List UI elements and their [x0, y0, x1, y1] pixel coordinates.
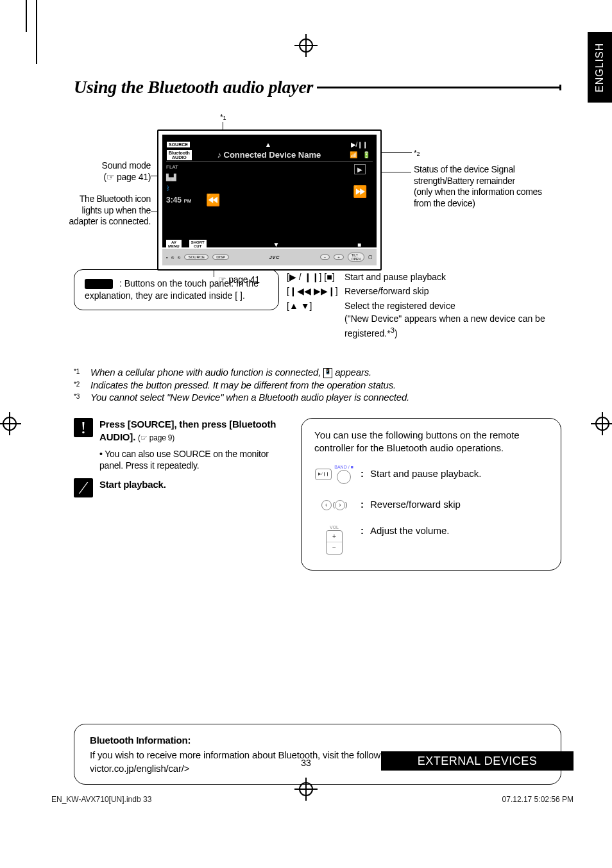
step-1: ! Press [SOURCE], then press [Bluetooth …: [74, 418, 285, 472]
page-heading: Using the Bluetooth audio player: [74, 77, 313, 97]
steps-and-remote: ! Press [SOURCE], then press [Bluetooth …: [74, 418, 561, 571]
shortcut-chip: SHORT CUT: [189, 240, 207, 249]
reg-mark-icon: [3, 417, 17, 431]
hw-minus-btn: −: [320, 255, 330, 260]
flat-indicator: FLAT: [166, 164, 201, 170]
bt-info-title: Bluetooth Information:: [90, 733, 545, 747]
section-tab: EXTERNAL DEVICES: [381, 751, 574, 771]
callout-soundmode: Sound mode (☞ page 41): [67, 160, 151, 183]
button-legend: [▶ / ❙❙] [■] Start and pause playback [❙…: [285, 269, 548, 341]
play-indicator-icon: ▶: [354, 164, 366, 174]
reg-mark-icon: [595, 417, 609, 431]
hw-plus-btn: +: [334, 255, 344, 260]
callout-bticon: The Bluetooth icon lights up when the ad…: [67, 194, 151, 228]
signal-bars-icon: ▙▟: [166, 174, 201, 181]
step-number-icon: ⁄: [74, 478, 93, 497]
step-1-sub: You can also use SOURCE on the monitor p…: [99, 448, 285, 472]
clock: 3:45 PM: [166, 196, 201, 204]
footer-right: 07.12.17 5:02:56 PM: [502, 795, 574, 804]
footer-left: EN_KW-AVX710[UN].indb 33: [51, 795, 151, 804]
device-diagram: *1 Sound mode (☞ page 41) The Bluetooth …: [74, 110, 561, 290]
language-tab: ENGLISH: [588, 32, 612, 103]
battery-icon: 🔋: [362, 151, 370, 158]
legend-key: [❙◀◀ ▶▶❙]: [287, 285, 343, 297]
legend-desc: Reverse/forward skip: [344, 285, 547, 297]
playpause-btn-icon: ▶/❙❙: [315, 469, 332, 480]
callout-status: Status of the device Signal strength/Bat…: [414, 164, 548, 209]
band-btn-icon: [337, 470, 351, 484]
callout-star2: *2: [414, 149, 420, 158]
heading-row: Using the Bluetooth audio player: [74, 77, 561, 97]
footer: EN_KW-AVX710[UN].indb 33 07.12.17 5:02:5…: [51, 794, 574, 804]
touchpanel-note-box: : Buttons on the touch panel. In the exp…: [74, 269, 279, 310]
leader-line: [378, 152, 412, 153]
skip-back-icon: ⏪: [206, 193, 220, 207]
skip-fwd-btn-icon: ›: [335, 500, 345, 510]
vol-label: VOL: [330, 524, 339, 530]
phone-audio-icon: 📱: [323, 368, 332, 378]
crop-line: [26, 0, 27, 32]
source-chip: SOURCE: [166, 141, 191, 148]
bluetooth-icon: ᛒ: [166, 185, 201, 192]
footnote-1: *1 When a cellular phone with audio func…: [74, 367, 561, 378]
skip-fwd-icon: ⏩: [353, 185, 367, 199]
jvc-logo: JVC: [269, 255, 280, 260]
remote-box: You can use the following buttons on the…: [301, 418, 561, 571]
hw-open-btn: TILTOPEN: [348, 253, 364, 262]
black-chip-icon: [85, 279, 113, 289]
footnote-3: *3 You cannot select "New Device" when a…: [74, 392, 561, 403]
reg-mark-icon: [299, 38, 313, 53]
legend-desc: Select the registered device("New Device…: [344, 299, 547, 340]
remote-row-vol: VOL +− : Adjust the volume.: [314, 524, 548, 555]
page-content: Using the Bluetooth audio player *1 Soun…: [74, 77, 561, 571]
steps-column: ! Press [SOURCE], then press [Bluetooth …: [74, 418, 285, 571]
crop-line: [36, 0, 37, 64]
legend-key: [▲ ▼]: [287, 299, 343, 340]
device-screen: SOURCE ▲ ▶/❙❙ BluetoothAUDIO ♪ Connected…: [162, 135, 377, 247]
heading-rule: [317, 87, 561, 88]
vol-btn-icon: +−: [326, 530, 343, 555]
legend-key: [▶ / ❙❙] [■]: [287, 271, 343, 283]
legend-desc: Start and pause playback: [344, 271, 547, 283]
hardware-buttons: •⎋⎋ SOURCE DISP JVC − + TILTOPEN ▢: [162, 249, 377, 265]
page-number: 33: [301, 758, 311, 768]
device-illustration: SOURCE ▲ ▶/❙❙ BluetoothAUDIO ♪ Connected…: [157, 129, 382, 271]
hw-disp-btn: DISP: [212, 255, 229, 260]
legend-row: [❙◀◀ ▶▶❙] Reverse/forward skip: [287, 285, 547, 297]
skip-back-btn-icon: ‹: [321, 500, 332, 510]
footnotes: *1 When a cellular phone with audio func…: [74, 367, 561, 403]
step-2: ⁄ Start playback.: [74, 478, 285, 497]
legend-row: [▶ / ❙❙] [■] Start and pause playback: [287, 271, 547, 283]
callout-star1: *1: [220, 113, 226, 122]
footnote-2: *2 Indicates the button pressed. It may …: [74, 380, 561, 390]
hw-source-btn: SOURCE: [184, 255, 208, 260]
remote-intro: You can use the following buttons on the…: [314, 429, 548, 455]
legend-row: [▲ ▼] Select the registered device("New …: [287, 299, 547, 340]
band-label: BAND / ■: [334, 464, 353, 470]
step-number-icon: !: [74, 418, 93, 437]
connected-device-name: ♪ Connected Device Name: [192, 150, 346, 160]
remote-row-skip: ‹ (›) : Reverse/forward skip: [314, 494, 548, 517]
avmenu-chip: AV MENU: [166, 240, 182, 249]
antenna-icon: 📶: [350, 151, 357, 158]
btaudio-chip: BluetoothAUDIO: [166, 149, 192, 161]
remote-row-play: ▶/❙❙ BAND / ■ : Start and pause playback…: [314, 463, 548, 486]
